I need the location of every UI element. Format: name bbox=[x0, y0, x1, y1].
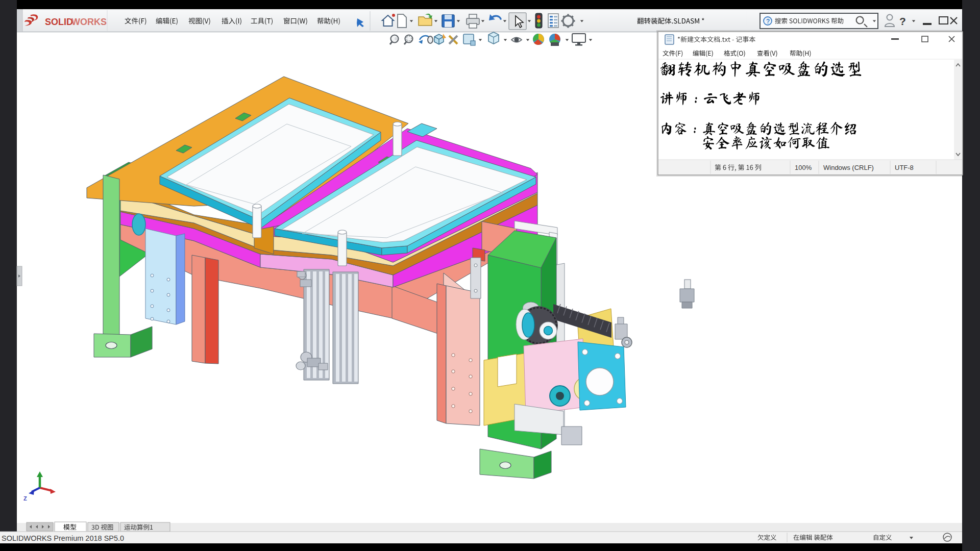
svg-text:SOLIDWORKS Premium 2018 SP5.0: SOLIDWORKS Premium 2018 SP5.0 bbox=[2, 534, 124, 542]
svg-text:100%: 100% bbox=[795, 164, 812, 171]
svg-text:Z: Z bbox=[23, 495, 27, 502]
svg-text:WORKS: WORKS bbox=[71, 17, 107, 27]
svg-text:SOLID: SOLID bbox=[45, 17, 73, 27]
svg-text:?: ? bbox=[766, 18, 770, 25]
svg-text:UTF-8: UTF-8 bbox=[895, 164, 914, 171]
svg-text:?: ? bbox=[899, 15, 906, 27]
svg-text:Windows (CRLF): Windows (CRLF) bbox=[823, 164, 874, 171]
